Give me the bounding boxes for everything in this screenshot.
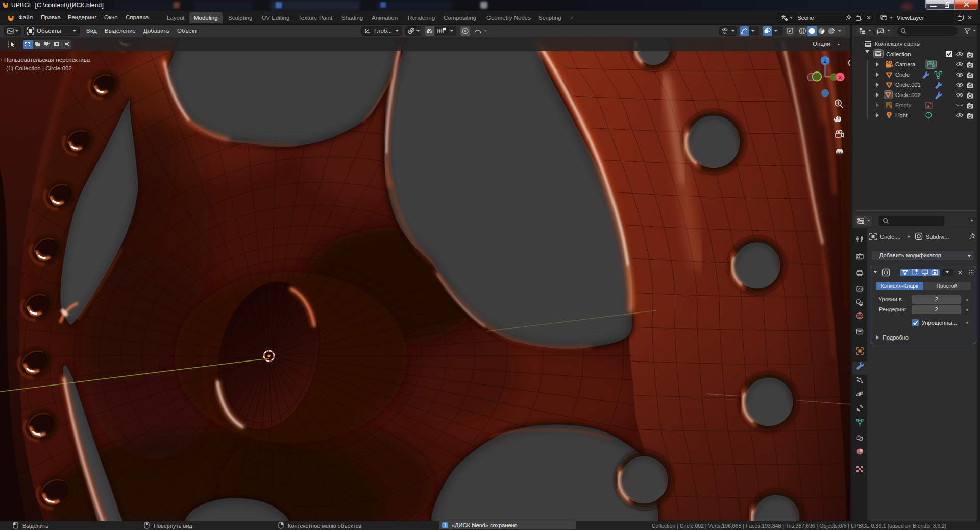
- svg-text:X: X: [839, 75, 842, 80]
- svg-text:Пользовательская перспектива: Пользовательская перспектива: [4, 57, 90, 63]
- svg-text:›: ›: [1, 57, 2, 62]
- svg-text:Z: Z: [824, 58, 827, 64]
- svg-text:❮: ❮: [847, 59, 850, 66]
- svg-text:(1) Collection | Circle.002: (1) Collection | Circle.002: [6, 65, 72, 71]
